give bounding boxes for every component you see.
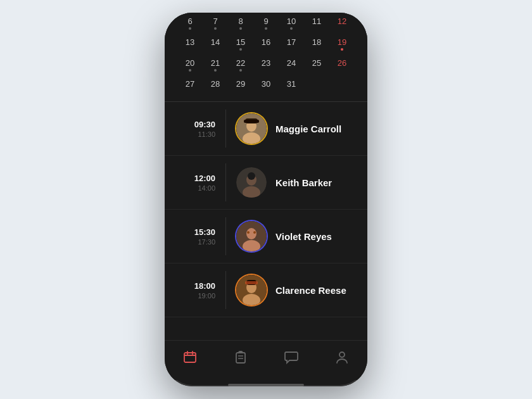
calendar-day[interactable]: 14	[203, 34, 228, 54]
calendar-day[interactable]: 22	[228, 54, 253, 75]
phone-shell: 6789101112131415161718192021222324252627…	[165, 13, 367, 386]
time-start: 18:00	[194, 281, 215, 291]
nav-profile[interactable]	[322, 347, 362, 367]
calendar-day[interactable]: 6	[177, 13, 203, 34]
avatar	[236, 275, 267, 305]
avatar	[236, 113, 267, 144]
calendar-day[interactable]: 20	[177, 54, 203, 75]
calendar-day[interactable]: 11	[304, 13, 329, 34]
bottom-nav	[165, 340, 367, 380]
time-block: 12:00 14:00	[177, 174, 215, 192]
nav-clipboard[interactable]	[220, 347, 261, 367]
calendar-day[interactable]: 16	[253, 34, 279, 54]
calendar-day[interactable]: 15	[228, 34, 253, 54]
time-end: 14:00	[198, 184, 215, 192]
calendar-day[interactable]: 7	[203, 13, 228, 34]
svg-point-12	[247, 231, 250, 234]
calendar-day[interactable]: 19	[329, 34, 355, 54]
calendar-day[interactable]: 18	[304, 34, 329, 54]
svg-rect-19	[184, 353, 196, 362]
nav-calendar[interactable]	[170, 347, 210, 367]
schedule-item[interactable]: 15:30 17:30 Violet Reyes	[165, 210, 367, 263]
calendar-day[interactable]: 31	[279, 75, 304, 96]
person-name: Violet Reyes	[276, 231, 332, 242]
calendar-day[interactable]: 29	[228, 75, 253, 96]
time-start: 09:30	[194, 120, 215, 129]
time-end: 11:30	[198, 130, 215, 138]
svg-point-26	[339, 352, 345, 357]
phone-content: 6789101112131415161718192021222324252627…	[165, 13, 367, 386]
time-block: 15:30 17:30	[177, 227, 215, 246]
svg-rect-23	[236, 353, 245, 363]
profile-icon	[334, 350, 350, 365]
calendar-day[interactable]: 9	[253, 13, 279, 34]
time-line	[225, 217, 226, 255]
svg-point-10	[246, 228, 256, 239]
calendar-grid: 6789101112131415161718192021222324252627…	[177, 13, 355, 96]
message-icon	[284, 350, 299, 365]
calendar-day[interactable]	[329, 75, 355, 96]
calendar-day[interactable]: 17	[279, 34, 304, 54]
clipboard-icon	[233, 350, 248, 365]
calendar-day[interactable]: 28	[203, 75, 228, 96]
calendar-day[interactable]: 27	[177, 75, 203, 96]
svg-point-13	[253, 231, 256, 234]
calendar-day[interactable]	[304, 75, 329, 96]
person-name: Maggie Carroll	[276, 124, 341, 134]
calendar-day[interactable]: 30	[253, 75, 279, 96]
svg-rect-4	[244, 120, 259, 123]
schedule-item[interactable]: 09:30 11:30 Maggie Carroll	[165, 102, 367, 156]
calendar-day[interactable]: 10	[279, 13, 304, 34]
time-start: 15:30	[194, 227, 215, 237]
time-end: 17:30	[198, 238, 215, 246]
schedule-section: 09:30 11:30 Maggie Carroll 12:00 14:00 K…	[165, 102, 367, 340]
home-indicator	[228, 384, 304, 386]
person-name: Clarence Reese	[276, 285, 346, 296]
calendar-day[interactable]: 13	[177, 34, 203, 54]
calendar-day[interactable]: 26	[329, 54, 355, 75]
calendar-day[interactable]: 23	[253, 54, 279, 75]
svg-point-8	[248, 172, 255, 180]
svg-rect-18	[245, 281, 258, 284]
avatar	[236, 167, 267, 198]
schedule-item[interactable]: 18:00 19:00 Clarence Reese	[165, 263, 367, 317]
calendar-day[interactable]: 25	[304, 54, 329, 75]
time-start: 12:00	[194, 174, 215, 183]
calendar-day[interactable]: 24	[279, 54, 304, 75]
time-block: 09:30 11:30	[177, 120, 215, 138]
schedule-item[interactable]: 12:00 14:00 Keith Barker	[165, 156, 367, 210]
time-line	[225, 271, 226, 309]
time-block: 18:00 19:00	[177, 281, 215, 300]
time-line	[225, 110, 226, 148]
avatar	[236, 221, 267, 251]
time-end: 19:00	[198, 292, 215, 300]
calendar-icon	[182, 350, 198, 365]
calendar-section: 6789101112131415161718192021222324252627…	[165, 13, 367, 101]
nav-messages[interactable]	[271, 347, 312, 367]
person-name: Keith Barker	[276, 177, 332, 188]
calendar-day[interactable]: 8	[228, 13, 253, 34]
calendar-day[interactable]: 12	[329, 13, 355, 34]
time-line	[225, 163, 226, 201]
calendar-day[interactable]: 21	[203, 54, 228, 75]
